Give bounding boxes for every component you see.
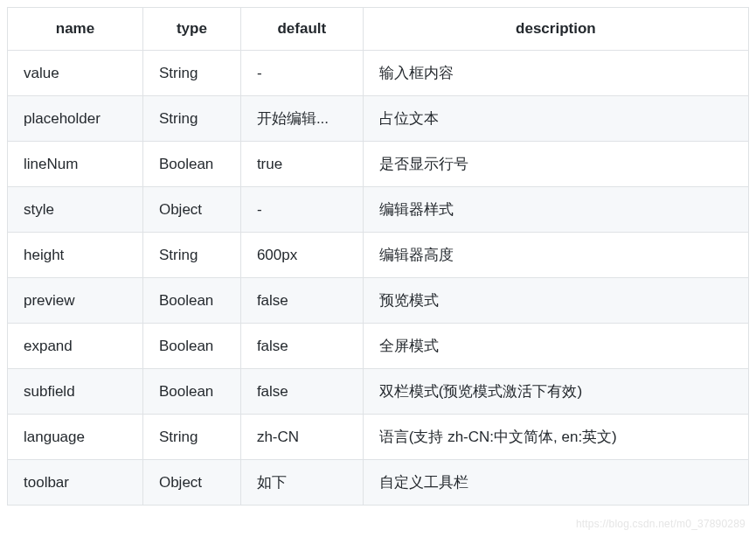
cell-name: preview: [8, 278, 143, 324]
cell-default: -: [240, 187, 363, 233]
cell-type: Boolean: [142, 324, 240, 369]
cell-description: 语言(支持 zh-CN:中文简体, en:英文): [363, 415, 748, 460]
table-row: expand Boolean false 全屏模式: [8, 324, 749, 369]
table-body: value String - 输入框内容 placeholder String …: [8, 51, 749, 506]
header-name: name: [8, 8, 143, 51]
cell-type: String: [142, 51, 240, 96]
header-type: type: [142, 8, 240, 51]
cell-type: String: [142, 415, 240, 460]
cell-type: String: [142, 233, 240, 278]
cell-name: value: [8, 51, 143, 96]
cell-default: 600px: [240, 233, 363, 278]
cell-name: expand: [8, 324, 143, 369]
cell-default: zh-CN: [240, 415, 363, 460]
cell-default: false: [240, 324, 363, 369]
cell-description: 输入框内容: [363, 51, 748, 96]
cell-name: placeholder: [8, 96, 143, 142]
cell-description: 占位文本: [363, 96, 748, 142]
table-row: subfield Boolean false 双栏模式(预览模式激活下有效): [8, 369, 749, 415]
cell-default: -: [240, 51, 363, 96]
table-row: value String - 输入框内容: [8, 51, 749, 96]
cell-description: 是否显示行号: [363, 142, 748, 187]
cell-type: Object: [142, 460, 240, 506]
table-row: style Object - 编辑器样式: [8, 187, 749, 233]
cell-default: false: [240, 369, 363, 415]
cell-type: Boolean: [142, 278, 240, 324]
cell-name: lineNum: [8, 142, 143, 187]
cell-name: subfield: [8, 369, 143, 415]
cell-default: 开始编辑...: [240, 96, 363, 142]
cell-name: style: [8, 187, 143, 233]
cell-name: height: [8, 233, 143, 278]
table-row: lineNum Boolean true 是否显示行号: [8, 142, 749, 187]
table-row: toolbar Object 如下 自定义工具栏: [8, 460, 749, 506]
table-row: placeholder String 开始编辑... 占位文本: [8, 96, 749, 142]
table-row: height String 600px 编辑器高度: [8, 233, 749, 278]
cell-name: language: [8, 415, 143, 460]
cell-default: 如下: [240, 460, 363, 506]
table-row: language String zh-CN 语言(支持 zh-CN:中文简体, …: [8, 415, 749, 460]
cell-type: Object: [142, 187, 240, 233]
table-row: preview Boolean false 预览模式: [8, 278, 749, 324]
cell-name: toolbar: [8, 460, 143, 506]
cell-description: 预览模式: [363, 278, 748, 324]
props-table: name type default description value Stri…: [7, 7, 749, 506]
header-default: default: [240, 8, 363, 51]
cell-default: false: [240, 278, 363, 324]
cell-description: 全屏模式: [363, 324, 748, 369]
table-header-row: name type default description: [8, 8, 749, 51]
cell-description: 编辑器样式: [363, 187, 748, 233]
cell-description: 自定义工具栏: [363, 460, 748, 506]
header-description: description: [363, 8, 748, 51]
cell-default: true: [240, 142, 363, 187]
cell-type: Boolean: [142, 142, 240, 187]
cell-type: Boolean: [142, 369, 240, 415]
cell-description: 双栏模式(预览模式激活下有效): [363, 369, 748, 415]
cell-type: String: [142, 96, 240, 142]
cell-description: 编辑器高度: [363, 233, 748, 278]
